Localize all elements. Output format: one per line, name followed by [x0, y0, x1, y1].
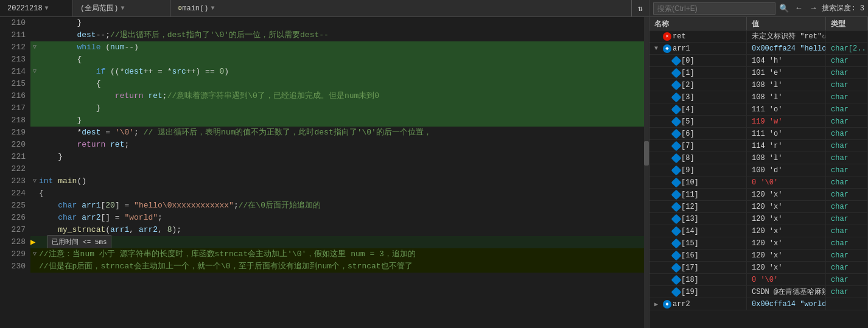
code-line-226[interactable]: char arr2[] = "world"; [30, 212, 644, 224]
fold-225[interactable] [30, 201, 39, 210]
watch-cell-name: [2] [649, 79, 747, 91]
fold-222[interactable] [30, 165, 39, 173]
fold-227[interactable] [30, 226, 39, 234]
watch-row[interactable]: ✕ ret未定义标识符 "ret" ↻ [649, 30, 868, 43]
watch-name-text: ret [673, 32, 686, 41]
watch-row[interactable]: [9]100 'd'char [649, 164, 868, 176]
nav-back-btn[interactable]: ← [793, 2, 805, 15]
fold-224[interactable] [30, 189, 39, 198]
watch-row[interactable]: [12]120 'x'char [649, 201, 868, 213]
diamond-icon [671, 177, 682, 187]
watch-cell-name: [0] [649, 55, 747, 66]
code-line-222[interactable] [30, 163, 644, 175]
watch-row[interactable]: [3]108 'l'char [649, 91, 868, 103]
watch-row[interactable]: [8]108 'l'char [649, 152, 868, 164]
vertical-scrollbar[interactable] [644, 17, 649, 328]
fold-215[interactable] [30, 80, 39, 88]
watch-row[interactable]: [4]111 'o'char [649, 103, 868, 116]
code-line-215[interactable]: { [30, 78, 644, 90]
scope-dropdown-arrow[interactable]: ▼ [121, 5, 124, 12]
watch-cell-type [826, 298, 868, 310]
code-line-223[interactable]: ▽ int main() [30, 175, 644, 187]
watch-name-text: [11] [681, 190, 699, 199]
function-dropdown-arrow[interactable]: ▼ [211, 5, 214, 12]
code-line-229[interactable]: ▽ //注意：当num 小于 源字符串的长度时，库函数strncat会主动加上'… [30, 248, 644, 260]
watch-row[interactable]: [0]104 'h'char [649, 55, 868, 67]
code-line-214[interactable]: ▽ if ((*dest++ = *src++) == 0) [30, 66, 644, 78]
fold-214[interactable]: ▽ [30, 68, 39, 76]
scrollbar-thumb[interactable] [644, 141, 649, 166]
watch-cell-type: char [826, 164, 868, 176]
fold-230[interactable] [30, 262, 39, 271]
search-input[interactable] [653, 2, 775, 15]
diamond-icon [671, 287, 682, 297]
code-line-227[interactable]: my_strncat(arr1, arr2, 8); [30, 224, 644, 236]
watch-row[interactable]: [15]120 'x'char [649, 237, 868, 249]
toolbar-scope[interactable]: (全局范围) ▼ [73, 0, 170, 16]
ln-216: 216 [5, 90, 26, 102]
fold-211[interactable] [30, 31, 39, 40]
fold-228[interactable] [37, 238, 45, 246]
nav-forward-btn[interactable]: → [807, 2, 819, 15]
watch-row[interactable]: [7]114 'r'char [649, 140, 868, 152]
swap-panel-btn[interactable]: ⇅ [632, 0, 649, 17]
expand-arrow[interactable]: ▼ [654, 45, 662, 52]
fold-223[interactable]: ▽ [30, 177, 39, 186]
code-line-221[interactable]: } [30, 151, 644, 163]
watch-row[interactable]: [17]120 'x'char [649, 262, 868, 274]
code-line-216[interactable]: return ret;//意味着源字符串遇到\0了，已经追加完成。但是num未到… [30, 90, 644, 102]
fold-219[interactable] [30, 128, 39, 137]
watch-row[interactable]: [2]108 'l'char [649, 79, 868, 91]
line-numbers: 210 211 212 213 214 215 216 217 218 219 … [0, 17, 30, 328]
fold-213[interactable] [30, 55, 39, 64]
file-dropdown-arrow[interactable]: ▼ [45, 5, 49, 12]
watch-cell-value: 108 'l' [747, 91, 826, 103]
code-line-217[interactable]: } [30, 102, 644, 114]
watch-row[interactable]: [6]111 'o'char [649, 128, 868, 140]
watch-row[interactable]: [1]101 'e'char [649, 67, 868, 79]
code-line-212[interactable]: ▽ while (num--) [30, 41, 644, 54]
code-line-228[interactable]: ▶ 已用时间 <= 5ms [30, 236, 644, 248]
watch-row[interactable]: ▼◆ arr10x00cffa24 "hellow..." 🔍char[2.. [649, 43, 868, 55]
fold-221[interactable] [30, 153, 39, 161]
fold-212[interactable]: ▽ [30, 43, 39, 52]
fold-229[interactable]: ▽ [30, 250, 39, 259]
ln-214: 214 [5, 66, 26, 78]
fold-217[interactable] [30, 104, 39, 113]
watch-cell-type: char [826, 116, 868, 127]
ln-220: 220 [5, 139, 26, 151]
code-line-220[interactable]: return ret; [30, 139, 644, 151]
code-line-218[interactable]: } [30, 114, 644, 127]
code-line-219[interactable]: *dest = '\0'; // 退出循环后，表明num的值不为正数了，此时de… [30, 127, 644, 139]
fold-226[interactable] [30, 214, 39, 222]
refresh-icon[interactable]: ↻ [822, 32, 826, 40]
watch-row[interactable]: [18]0 '\0'char [649, 274, 868, 286]
watch-row[interactable]: [10]0 '\0'char [649, 176, 868, 189]
code-line-211[interactable]: dest--;//退出循环后，dest指向了'\0'的后一位，所以需要dest-… [30, 29, 644, 41]
watch-row[interactable]: [5]119 'w'char [649, 116, 868, 128]
watch-cell-type: char [826, 237, 868, 249]
watch-row[interactable]: [14]120 'x'char [649, 225, 868, 237]
fold-210[interactable] [30, 19, 39, 27]
code-line-210[interactable]: } [30, 17, 644, 29]
watch-row[interactable]: [13]120 'x'char [649, 213, 868, 225]
fold-220[interactable] [30, 141, 39, 149]
watch-row[interactable]: [16]120 'x'char [649, 249, 868, 262]
toolbar-function[interactable]: ⊙ main() ▼ [170, 0, 632, 16]
code-area[interactable]: 210 211 212 213 214 215 216 217 218 219 … [0, 17, 649, 328]
watch-row[interactable]: ▶◆ arr20x00cffa14 "world" [649, 298, 868, 310]
watch-cell-type: char [826, 128, 868, 139]
watch-table[interactable]: ✕ ret未定义标识符 "ret" ↻▼◆ arr10x00cffa24 "he… [649, 30, 868, 328]
search-icon-btn[interactable]: 🔍 [778, 2, 790, 15]
code-line-230[interactable]: //但是在p后面，strncat会主动加上一个，就一个\0，至于后面有没有追加到… [30, 260, 644, 273]
code-line-213[interactable]: { [30, 54, 644, 66]
watch-row[interactable]: [19]CSDN @在肯德基哈麻辣烫char [649, 286, 868, 298]
code-line-225[interactable]: char arr1[20] = "hello\0xxxxxxxxxxxx";//… [30, 200, 644, 212]
watch-row[interactable]: [11]120 'x'char [649, 189, 868, 201]
fold-216[interactable] [30, 92, 39, 100]
toolbar-file[interactable]: 20221218 ▼ [0, 0, 73, 16]
col-name: 名称 [649, 17, 747, 31]
diamond-icon [671, 128, 682, 139]
code-line-224[interactable]: { [30, 187, 644, 200]
fold-218[interactable] [30, 116, 39, 125]
